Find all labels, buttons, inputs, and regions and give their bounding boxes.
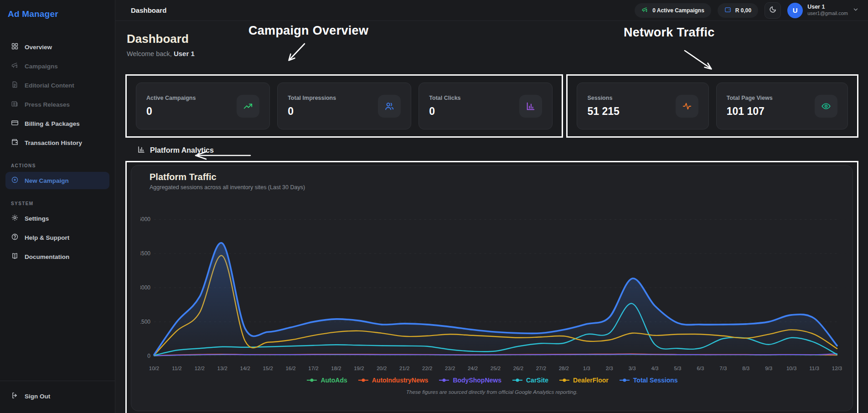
stat-card-active-campaigns: Active Campaigns 0 — [136, 83, 270, 129]
svg-text:16/2: 16/2 — [285, 366, 295, 371]
stat-label: Total Page Views — [727, 95, 773, 101]
sidebar-item-label: Sign Out — [25, 393, 50, 400]
ad-manager-app: Ad Manager Overview Campaigns Editorial … — [0, 0, 868, 413]
svg-text:19/2: 19/2 — [354, 366, 364, 371]
stat-label: Total Clicks — [429, 95, 460, 101]
stat-value: 51 215 — [587, 105, 619, 118]
stat-card-total-impressions: Total Impressions 0 — [277, 83, 411, 129]
stat-card-sessions: Sessions 51 215 — [577, 83, 708, 129]
newspaper-icon — [11, 100, 19, 109]
sidebar: Ad Manager Overview Campaigns Editorial … — [0, 0, 115, 413]
grid-icon — [11, 42, 19, 52]
svg-text:18/2: 18/2 — [331, 366, 341, 371]
help-circle-icon — [11, 233, 19, 242]
legend-label: Total Sessions — [633, 377, 678, 384]
active-campaigns-badge[interactable]: 0 Active Campaigns — [635, 3, 711, 18]
svg-text:15/2: 15/2 — [263, 366, 273, 371]
sidebar-item-label: Overview — [25, 44, 52, 51]
sidebar-item-label: Editorial Content — [25, 82, 74, 89]
svg-text:4/3: 4/3 — [651, 366, 659, 371]
users-icon — [378, 95, 401, 118]
section-title: Platform Analytics — [150, 146, 214, 155]
sidebar-item-label: Documentation — [25, 253, 69, 260]
sidebar-item-label: Campaigns — [25, 63, 58, 70]
document-icon — [11, 81, 19, 90]
svg-text:23/2: 23/2 — [445, 366, 455, 371]
stats-row: Active Campaigns 0 Total Impressions 0 — [125, 74, 858, 138]
theme-toggle-button[interactable] — [765, 2, 781, 19]
legend-item: DealerFloor — [558, 377, 609, 384]
svg-text:11/2: 11/2 — [172, 366, 181, 371]
stat-label: Sessions — [587, 95, 619, 101]
legend-label: BodyShopNews — [453, 377, 501, 384]
svg-text:25/2: 25/2 — [491, 366, 501, 371]
platform-analytics-header: Platform Analytics — [137, 145, 858, 155]
svg-text:9/3: 9/3 — [765, 366, 772, 371]
user-menu[interactable]: U User 1 user1@gmail.com — [787, 3, 859, 18]
sidebar-item-documentation[interactable]: Documentation — [5, 248, 109, 265]
sidebar-item-help[interactable]: Help & Support — [5, 229, 109, 246]
legend-marker-icon — [438, 377, 450, 383]
sidebar-item-label: Press Releases — [25, 101, 70, 108]
user-email: user1@gmail.com — [807, 10, 848, 17]
svg-text:24/2: 24/2 — [468, 366, 478, 371]
svg-text:6000: 6000 — [140, 216, 150, 222]
legend-item: AutoAds — [306, 377, 347, 384]
sidebar-item-label: Settings — [25, 215, 49, 222]
eye-icon — [815, 95, 837, 118]
sidebar-item-label: Transaction History — [25, 139, 82, 146]
section-label-system: SYSTEM — [0, 191, 115, 208]
svg-text:10/3: 10/3 — [786, 366, 796, 371]
stat-card-total-clicks: Total Clicks 0 — [418, 83, 553, 129]
sidebar-item-editorial-content[interactable]: Editorial Content — [5, 77, 109, 94]
svg-text:7/3: 7/3 — [719, 366, 727, 371]
chart-subtitle: Aggregated sessions across all inventory… — [150, 184, 843, 191]
sidebar-item-overview[interactable]: Overview — [5, 38, 109, 56]
bar-chart-icon — [519, 95, 542, 118]
legend-item: BodyShopNews — [438, 377, 501, 384]
chart-card: Platform Traffic Aggregated sessions acr… — [131, 165, 853, 411]
sidebar-item-billing[interactable]: Billing & Packages — [5, 115, 109, 132]
sidebar-nav: Overview Campaigns Editorial Content Pre… — [0, 36, 115, 267]
sidebar-item-settings[interactable]: Settings — [5, 210, 109, 227]
sidebar-item-press-releases[interactable]: Press Releases — [5, 96, 109, 113]
book-icon — [11, 252, 19, 261]
svg-text:28/2: 28/2 — [559, 366, 569, 371]
welcome-text: Welcome back, User 1 — [127, 50, 858, 57]
traffic-chart[interactable]: 0150030004500600010/211/212/213/214/215/… — [140, 203, 843, 377]
stat-label: Total Impressions — [288, 95, 336, 101]
svg-text:12/3: 12/3 — [832, 366, 842, 371]
svg-text:27/2: 27/2 — [536, 366, 546, 371]
wallet-icon — [11, 138, 19, 147]
svg-text:3000: 3000 — [140, 284, 150, 291]
credit-card-icon — [11, 119, 19, 128]
svg-text:5/3: 5/3 — [674, 366, 681, 371]
user-name: User 1 — [807, 4, 848, 11]
sidebar-item-label: New Campaign — [25, 177, 69, 184]
sidebar-item-campaigns[interactable]: Campaigns — [5, 57, 109, 75]
legend-marker-icon — [619, 377, 630, 383]
chart-title: Platform Traffic — [150, 172, 843, 182]
svg-text:3/3: 3/3 — [629, 366, 636, 371]
logout-icon — [11, 392, 19, 401]
plus-circle-icon — [11, 176, 19, 185]
topbar-title: Dashboard — [131, 6, 166, 14]
svg-text:12/2: 12/2 — [195, 366, 205, 371]
svg-text:14/2: 14/2 — [240, 366, 250, 371]
stat-card-total-page-views: Total Page Views 101 107 — [716, 83, 848, 129]
sidebar-item-label: Billing & Packages — [25, 120, 80, 127]
legend-marker-icon — [512, 377, 523, 383]
sidebar-item-new-campaign[interactable]: New Campaign — [5, 172, 109, 189]
svg-text:2/3: 2/3 — [606, 366, 613, 371]
stat-value: 101 107 — [727, 105, 773, 118]
dashboard-content: Dashboard Welcome back, User 1 Active Ca… — [115, 21, 868, 413]
topbar-right: 0 Active Campaigns R 0,00 U User 1 user1… — [635, 2, 859, 19]
balance-badge[interactable]: R 0,00 — [718, 3, 758, 18]
gear-icon — [11, 214, 19, 223]
signout-button[interactable]: Sign Out — [5, 387, 109, 405]
chart-footnote: These figures are sourced directly from … — [140, 389, 843, 395]
svg-text:22/2: 22/2 — [422, 366, 432, 371]
sidebar-item-transaction-history[interactable]: Transaction History — [5, 134, 109, 151]
svg-text:4500: 4500 — [140, 250, 150, 257]
moon-icon — [769, 5, 777, 15]
